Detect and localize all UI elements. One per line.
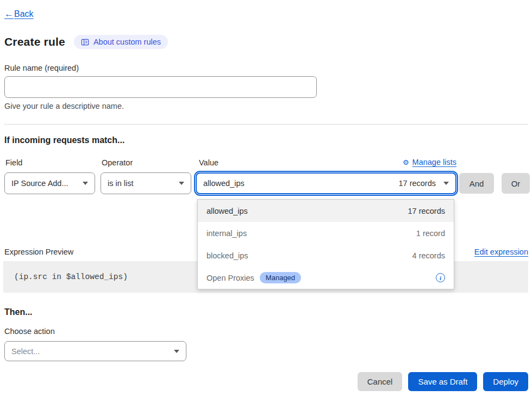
list-item-blocked-ips[interactable]: blocked_ips 4 records bbox=[198, 244, 454, 267]
back-label: Back bbox=[14, 9, 34, 19]
book-icon bbox=[81, 38, 89, 46]
list-item-allowed-ips[interactable]: allowed_ips 17 records bbox=[198, 200, 454, 222]
chevron-down-icon bbox=[174, 350, 179, 353]
value-select-records: 17 records bbox=[398, 179, 436, 188]
or-button[interactable]: Or bbox=[502, 173, 530, 194]
list-item-records: 1 record bbox=[416, 229, 445, 238]
section-divider bbox=[4, 124, 528, 125]
match-section-heading: If incoming requests match... bbox=[4, 135, 124, 145]
chevron-down-icon bbox=[443, 182, 449, 185]
expression-preview-label: Expression Preview bbox=[4, 248, 73, 256]
about-custom-rules-link[interactable]: About custom rules bbox=[74, 35, 168, 49]
operator-label: Operator bbox=[102, 158, 133, 167]
chevron-down-icon bbox=[83, 182, 88, 185]
list-item-open-proxies[interactable]: Open Proxies Managed i bbox=[198, 267, 454, 289]
list-item-internal-ips[interactable]: internal_ips 1 record bbox=[198, 222, 454, 244]
deploy-button[interactable]: Deploy bbox=[483, 372, 528, 391]
managed-badge: Managed bbox=[260, 272, 301, 283]
field-select[interactable]: IP Source Add... bbox=[4, 172, 95, 194]
list-dropdown-menu: allowed_ips 17 records internal_ips 1 re… bbox=[197, 199, 454, 289]
operator-select-value: is in list bbox=[108, 179, 134, 188]
edit-expression-link[interactable]: Edit expression bbox=[474, 248, 528, 256]
action-select-placeholder: Select... bbox=[11, 347, 40, 356]
value-select-value: allowed_ips bbox=[203, 179, 245, 188]
list-item-records: 4 records bbox=[412, 251, 445, 260]
list-item-records: 17 records bbox=[408, 207, 445, 215]
cancel-button[interactable]: Cancel bbox=[358, 372, 403, 391]
list-item-name: blocked_ips bbox=[206, 251, 248, 260]
page-header: Create rule About custom rules bbox=[4, 35, 168, 49]
list-item-name: allowed_ips bbox=[206, 207, 248, 215]
action-select[interactable]: Select... bbox=[4, 341, 186, 361]
rule-name-input[interactable] bbox=[4, 76, 317, 98]
save-as-draft-button[interactable]: Save as Draft bbox=[408, 372, 477, 391]
page-title: Create rule bbox=[4, 35, 65, 48]
then-section-heading: Then... bbox=[4, 307, 33, 317]
list-item-name: Open Proxies bbox=[206, 274, 254, 282]
back-link[interactable]: ← Back bbox=[4, 9, 34, 20]
value-select[interactable]: allowed_ips 17 records bbox=[196, 172, 456, 194]
rule-name-helper: Give your rule a descriptive name. bbox=[4, 102, 124, 110]
value-label: Value bbox=[199, 158, 218, 167]
field-label: Field bbox=[5, 158, 22, 167]
chevron-down-icon bbox=[179, 182, 184, 185]
manage-lists-label: Manage lists bbox=[412, 158, 456, 166]
operator-select[interactable]: is in list bbox=[101, 172, 191, 194]
expression-code: (ip.src in $allowed_ips) bbox=[14, 273, 128, 281]
gear-icon: ⚙ bbox=[403, 158, 409, 166]
list-item-name: internal_ips bbox=[206, 229, 247, 238]
and-button[interactable]: And bbox=[459, 173, 494, 194]
field-select-value: IP Source Add... bbox=[11, 179, 68, 188]
info-icon[interactable]: i bbox=[436, 273, 445, 282]
rule-name-label: Rule name (required) bbox=[4, 64, 79, 72]
back-arrow-icon: ← bbox=[4, 9, 14, 20]
manage-lists-link[interactable]: ⚙ Manage lists bbox=[403, 158, 456, 166]
about-badge-label: About custom rules bbox=[93, 38, 161, 46]
choose-action-label: Choose action bbox=[4, 327, 55, 336]
footer-actions: Cancel Save as Draft Deploy bbox=[358, 372, 528, 391]
